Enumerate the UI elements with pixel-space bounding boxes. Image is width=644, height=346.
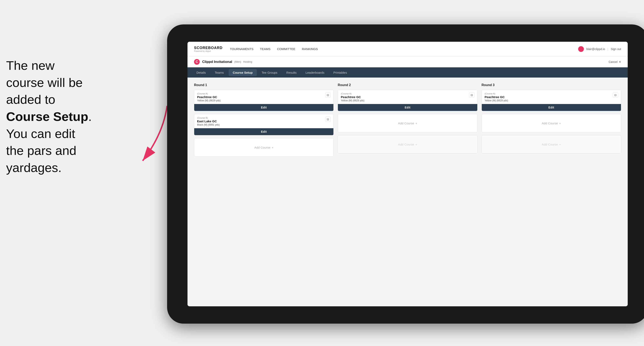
course-a-header: (Course A) Peachtree GC Yellow (M) (6629… bbox=[194, 90, 334, 104]
tab-teams[interactable]: Teams bbox=[211, 69, 228, 76]
tablet-screen: SCOREBOARD Powered by clippd TOURNAMENTS… bbox=[188, 42, 628, 306]
top-nav: SCOREBOARD Powered by clippd TOURNAMENTS… bbox=[188, 42, 628, 56]
round-1-column: Round 1 (Course A) Peachtree GC Yellow (… bbox=[194, 83, 334, 159]
nav-right: blair@clippd.io | Sign out bbox=[578, 46, 621, 52]
round2-course-a-name: Peachtree GC bbox=[341, 95, 364, 99]
tab-bar: Details Teams Course Setup Tee Groups Re… bbox=[188, 67, 628, 78]
course-a-name: Peachtree GC bbox=[197, 95, 221, 99]
rounds-container: Round 1 (Course A) Peachtree GC Yellow (… bbox=[194, 83, 621, 159]
content-area: Round 1 (Course A) Peachtree GC Yellow (… bbox=[188, 78, 628, 306]
round-2-course-a-edit-button[interactable]: Edit bbox=[338, 104, 477, 111]
round-1-add-course-button[interactable]: Add Course + bbox=[194, 138, 334, 157]
course-a-label: (Course A) bbox=[197, 92, 221, 95]
round-3-course-a-edit-button[interactable]: Edit bbox=[482, 104, 621, 111]
course-b-delete-icon[interactable]: ⊟ bbox=[325, 117, 330, 122]
round-3-column: Round 3 (Course A) Peachtree GC Yellow (… bbox=[482, 83, 621, 159]
round-2-course-a-card: (Course A) Peachtree GC Yellow (M) (6629… bbox=[338, 90, 477, 111]
tablet-device: SCOREBOARD Powered by clippd TOURNAMENTS… bbox=[167, 24, 644, 324]
nav-committee[interactable]: COMMITTEE bbox=[277, 46, 295, 51]
course-a-tee: Yellow (M) (6629 yds) bbox=[197, 99, 221, 102]
round3-course-a-delete-icon[interactable]: ⊟ bbox=[613, 92, 618, 98]
round-2-title: Round 2 bbox=[338, 83, 477, 87]
tournament-badge: (Men) bbox=[234, 60, 241, 63]
tab-course-setup[interactable]: Course Setup bbox=[229, 69, 257, 76]
round3-course-a-tee: Yellow (M) (6629 yds) bbox=[485, 99, 508, 102]
round3-course-a-label: (Course A) bbox=[485, 92, 508, 95]
course-a-delete-icon[interactable]: ⊟ bbox=[325, 92, 330, 98]
course-b-label: (Course B) bbox=[197, 117, 220, 119]
round-1-course-b-edit-button[interactable]: Edit bbox=[194, 128, 334, 135]
round-1-title: Round 1 bbox=[194, 83, 334, 87]
round-3-course-a-card: (Course A) Peachtree GC Yellow (M) (6629… bbox=[482, 90, 621, 111]
sub-header: C Clippd Invitational (Men) Hosting Canc… bbox=[188, 56, 628, 67]
sign-out-link[interactable]: Sign out bbox=[611, 47, 621, 51]
tab-leaderboards[interactable]: Leaderboards bbox=[302, 69, 328, 76]
user-email: blair@clippd.io bbox=[586, 47, 605, 51]
brand-logo: C bbox=[194, 59, 200, 65]
course-b-tee: Black (M) (6891 yds) bbox=[197, 123, 220, 126]
course-b-header: (Course B) East Lake GC Black (M) (6891 … bbox=[194, 114, 334, 128]
tab-tee-groups[interactable]: Tee Groups bbox=[258, 69, 282, 76]
round2-course-a-tee: Yellow (M) (6629 yds) bbox=[341, 99, 364, 102]
tournament-title: Clippd Invitational bbox=[202, 60, 232, 64]
user-avatar bbox=[578, 46, 584, 52]
logo-title: SCOREBOARD bbox=[194, 46, 222, 50]
round-2-add-course-button[interactable]: Add Course + bbox=[338, 114, 477, 132]
tab-details[interactable]: Details bbox=[192, 69, 210, 76]
round-3-add-course-disabled: Add Course + bbox=[482, 135, 621, 154]
round-2-add-course-disabled: Add Course + bbox=[338, 135, 477, 154]
logo-subtitle: Powered by clippd bbox=[194, 50, 222, 52]
tab-results[interactable]: Results bbox=[282, 69, 300, 76]
round-3-add-course-button[interactable]: Add Course + bbox=[482, 114, 621, 132]
cancel-button[interactable]: Cancel ✕ bbox=[608, 60, 621, 63]
round2-course-a-label: (Course A) bbox=[341, 92, 364, 95]
scoreboard-logo: SCOREBOARD Powered by clippd bbox=[194, 46, 222, 52]
round-1-course-b-card: (Course B) East Lake GC Black (M) (6891 … bbox=[194, 114, 334, 135]
round-1-course-a-card: (Course A) Peachtree GC Yellow (M) (6629… bbox=[194, 90, 334, 111]
round3-course-a-header: (Course A) Peachtree GC Yellow (M) (6629… bbox=[482, 90, 621, 104]
round2-course-a-header: (Course A) Peachtree GC Yellow (M) (6629… bbox=[338, 90, 477, 104]
annotation-left: The new course will be added to Course S… bbox=[6, 57, 145, 176]
tab-printables[interactable]: Printables bbox=[329, 69, 351, 76]
round-2-column: Round 2 (Course A) Peachtree GC Yellow (… bbox=[338, 83, 477, 159]
course-b-name: East Lake GC bbox=[197, 120, 220, 123]
round3-course-a-name: Peachtree GC bbox=[485, 95, 508, 99]
nav-links: TOURNAMENTS TEAMS COMMITTEE RANKINGS bbox=[230, 46, 578, 51]
round2-course-a-delete-icon[interactable]: ⊟ bbox=[469, 92, 474, 98]
round-1-course-a-edit-button[interactable]: Edit bbox=[194, 104, 334, 111]
nav-tournaments[interactable]: TOURNAMENTS bbox=[230, 46, 254, 51]
nav-teams[interactable]: TEAMS bbox=[260, 46, 271, 51]
round-3-title: Round 3 bbox=[482, 83, 621, 87]
tournament-status: Hosting bbox=[243, 60, 252, 63]
nav-rankings[interactable]: RANKINGS bbox=[302, 46, 318, 51]
